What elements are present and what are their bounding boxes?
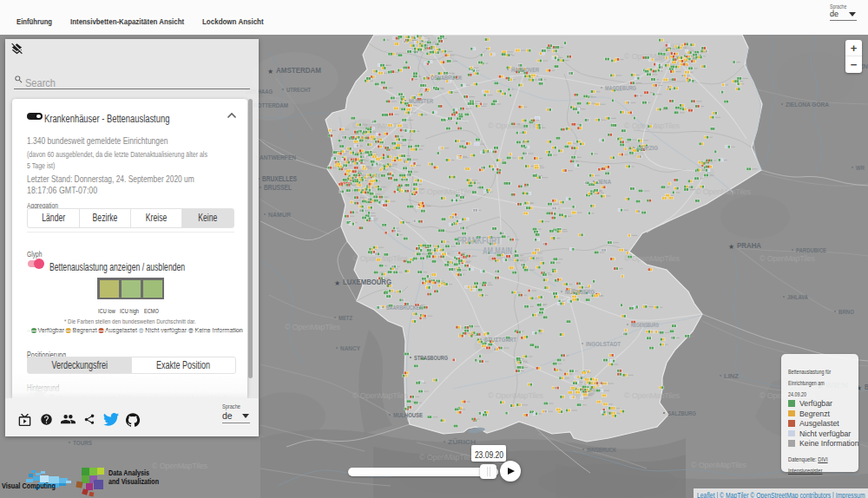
svg-text:STRASBOURG: STRASBOURG (414, 354, 448, 362)
svg-text:JENA: JENA (597, 178, 611, 186)
svg-text:SALZBURG: SALZBURG (667, 410, 696, 417)
svg-text:© OpenMapTiles: © OpenMapTiles (419, 453, 476, 462)
svg-text:LINZ: LINZ (724, 372, 739, 380)
svg-text:© OpenMapTiles: © OpenMapTiles (352, 391, 409, 400)
svg-text:UTRECHT: UTRECHT (286, 86, 311, 94)
svg-text:SAARBRÜCKEN: SAARBRÜCKEN (386, 304, 423, 311)
svg-text:INNSBRUCK: INNSBRUCK (587, 446, 616, 454)
svg-text:© OpenMapTiles: © OpenMapTiles (419, 187, 476, 196)
svg-text:BRNO: BRNO (838, 308, 854, 316)
svg-text:NANCY: NANCY (340, 344, 361, 352)
svg-text:© OpenMapTiles: © OpenMapTiles (488, 391, 544, 400)
svg-text:MULHOUSE: MULHOUSE (393, 411, 423, 419)
svg-text:★: ★ (267, 68, 273, 75)
svg-text:B: B (865, 382, 868, 391)
svg-text:© OpenMapTiles: © OpenMapTiles (691, 461, 747, 469)
svg-text:INGOLSTADT: INGOLSTADT (586, 340, 621, 348)
svg-text:★: ★ (334, 279, 340, 287)
svg-text:NÜRNBERG: NÜRNBERG (565, 288, 595, 296)
svg-text:© OpenMapTiles: © OpenMapTiles (285, 323, 341, 331)
svg-text:FRANKFURT: FRANKFURT (457, 235, 501, 246)
svg-text:AM MAIN: AM MAIN (483, 246, 512, 256)
svg-text:© OpenMapTiles: © OpenMapTiles (695, 187, 752, 196)
svg-text:STUTTGART: STUTTGART (484, 336, 516, 344)
svg-text:AMSTERDAM: AMSTERDAM (276, 65, 321, 75)
svg-text:Data Analysis: Data Analysis (108, 469, 149, 477)
svg-text:NAMUR: NAMUR (268, 211, 291, 219)
svg-text:WR: WR (856, 164, 865, 172)
svg-text:REGENSBURG: REGENSBURG (631, 321, 659, 329)
svg-text:BRUXELLES: BRUXELLES (262, 174, 297, 183)
svg-text:HANNOVER: HANNOVER (511, 66, 539, 74)
svg-text:© OpenMapTiles: © OpenMapTiles (624, 391, 681, 400)
svg-text:ZIELONA GÓRA: ZIELONA GÓRA (786, 101, 829, 108)
svg-text:MÜNSTER: MÜNSTER (409, 97, 433, 105)
svg-text:BRUSSEL: BRUSSEL (264, 183, 292, 192)
svg-text:ROTTERDAM: ROTTERDAM (253, 102, 288, 109)
svg-text:LUXEMBOURG: LUXEMBOURG (343, 277, 391, 286)
svg-text:METZ: METZ (339, 314, 352, 322)
svg-text:MAGDEBURG: MAGDEBURG (605, 84, 636, 92)
svg-text:PARDUBICE: PARDUBICE (796, 246, 826, 254)
svg-text:LEIPZIG: LEIPZIG (637, 144, 658, 152)
svg-text:Visual Computing: Visual Computing (2, 481, 56, 490)
svg-text:★: ★ (728, 243, 734, 251)
svg-text:TOURS: TOURS (73, 439, 93, 447)
svg-text:JIHLAVA: JIHLAVA (787, 293, 808, 301)
svg-text:and Visualization: and Visualization (108, 477, 159, 486)
svg-text:ANTWERPEN: ANTWERPEN (260, 154, 296, 161)
svg-text:OSNABRÜCK: OSNABRÜCK (431, 74, 462, 82)
svg-text:© OpenMapTiles: © OpenMapTiles (488, 121, 544, 130)
svg-text:PRAHA: PRAHA (737, 240, 761, 250)
svg-text:© OpenMapTiles: © OpenMapTiles (760, 254, 816, 263)
